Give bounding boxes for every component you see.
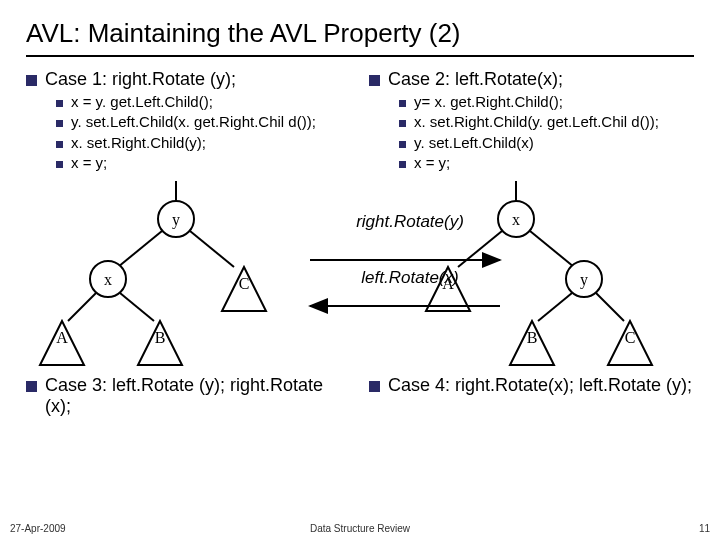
case4-text: Case 4: right.Rotate(x); left.Rotate (y)… [388, 375, 692, 396]
case1-header: Case 1: right.Rotate (y); [45, 69, 236, 90]
bottom-cases: Case 3: left.Rotate (y); right.Rotate (x… [26, 375, 694, 419]
case2-step: x = y; [414, 153, 450, 173]
svg-line-13 [530, 231, 574, 267]
left-rotate-label: left.Rotate(x) [310, 268, 510, 288]
case2-step: x. set.Right.Child(y. get.Left.Chil d())… [414, 112, 659, 132]
bullet-icon [26, 75, 37, 86]
case1-col: Case 1: right.Rotate (y); x = y. get.Lef… [26, 69, 351, 173]
bullet-icon [56, 120, 63, 127]
node-c2: C [625, 329, 636, 346]
slide-footer: 27-Apr-2009 Data Structure Review 11 [10, 523, 710, 534]
case2-col: Case 2: left.Rotate(x); y= x. get.Right.… [369, 69, 694, 173]
case2-step: y= x. get.Right.Child(); [414, 92, 563, 112]
bullet-icon [399, 141, 406, 148]
case1-step: y. set.Left.Child(x. get.Right.Chil d())… [71, 112, 316, 132]
cases-row: Case 1: right.Rotate (y); x = y. get.Lef… [26, 69, 694, 173]
case1-step: x = y; [71, 153, 107, 173]
bullet-icon [369, 75, 380, 86]
node-a: A [56, 329, 68, 346]
node-x: x [104, 271, 112, 288]
bullet-icon [56, 100, 63, 107]
case3-text: Case 3: left.Rotate (y); right.Rotate (x… [45, 375, 351, 417]
node-y: y [172, 211, 180, 229]
arrow-labels: right.Rotate(y) left.Rotate(x) [310, 212, 510, 288]
bullet-icon [399, 120, 406, 127]
footer-title: Data Structure Review [10, 523, 710, 534]
node-b2: B [527, 329, 538, 346]
svg-line-16 [538, 293, 572, 321]
bullet-icon [399, 100, 406, 107]
case2-header: Case 2: left.Rotate(x); [388, 69, 563, 90]
right-rotate-label: right.Rotate(y) [310, 212, 510, 232]
title-underline [26, 55, 694, 57]
svg-line-17 [596, 293, 624, 321]
node-y2: y [580, 271, 588, 289]
node-c: C [239, 275, 250, 292]
bullet-icon [369, 381, 380, 392]
bullet-icon [399, 161, 406, 168]
node-b: B [155, 329, 166, 346]
case1-step: x = y. get.Left.Child(); [71, 92, 213, 112]
case2-step: y. set.Left.Child(x) [414, 133, 534, 153]
bullet-icon [56, 141, 63, 148]
svg-line-3 [190, 231, 234, 267]
case1-step: x. set.Right.Child(y); [71, 133, 206, 153]
svg-line-6 [68, 293, 96, 321]
svg-line-7 [120, 293, 154, 321]
bullet-icon [56, 161, 63, 168]
bullet-icon [26, 381, 37, 392]
slide-title: AVL: Maintaining the AVL Property (2) [26, 18, 694, 49]
svg-line-2 [118, 231, 162, 267]
